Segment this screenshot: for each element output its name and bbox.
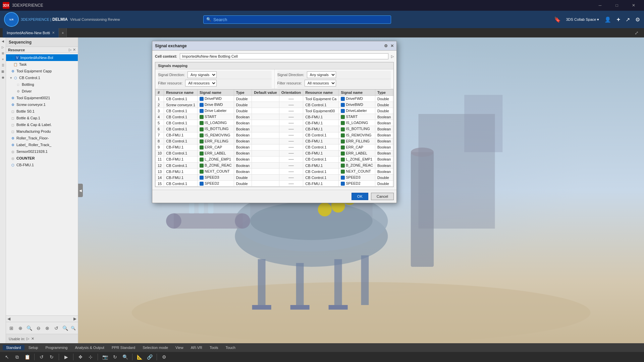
active-tab[interactable]: ImportedAsNew-New Botti ✕ <box>3 28 59 38</box>
dialog-settings-icon[interactable]: ⚙ <box>384 44 388 48</box>
side-icon-1[interactable]: ◀ <box>1 39 5 44</box>
tree-item-bottle-cap[interactable]: ◻ Bottle & Cap.1 <box>6 115 78 121</box>
panel-search-icon[interactable]: 🔍 <box>71 326 76 330</box>
expand-panel-icon[interactable]: ▷ <box>69 48 71 52</box>
left-filter-res-select[interactable]: All resources <box>185 80 217 86</box>
panel-btn-7[interactable]: 🔍 <box>62 324 69 332</box>
user-icon[interactable]: 👤 <box>604 16 611 23</box>
tree-item-label-roller[interactable]: ⚙ Label_ Roller_Track_ <box>6 141 78 148</box>
side-icon-7[interactable]: ◉ <box>1 75 5 80</box>
settings-icon[interactable]: ⚙ <box>635 16 640 23</box>
bottom-tab-touch[interactable]: Touch <box>222 345 239 350</box>
bottom-tab-standard[interactable]: Standard <box>3 345 24 350</box>
panel-btn-5[interactable]: ⊗ <box>44 324 51 332</box>
usable-expand-icon[interactable]: ▷ <box>26 337 29 341</box>
bottom-tab-setup[interactable]: Setup <box>25 345 42 350</box>
col-res1: Resource name <box>164 89 198 96</box>
tool-btn-paste[interactable]: 📋 <box>23 353 32 361</box>
tree-item-tool-equip-cap[interactable]: ⚙ Tool Equipment Capp <box>6 68 78 74</box>
tree-item-bottle-s01[interactable]: ◻ Bottle S0.1 <box>6 108 78 115</box>
cell-sig2: START <box>339 114 375 120</box>
tab-close-icon[interactable]: ✕ <box>52 31 55 35</box>
maximize-button[interactable]: □ <box>609 0 625 11</box>
tool-btn-redo[interactable]: ↻ <box>47 353 56 361</box>
tool-btn-play[interactable]: ▶ <box>62 353 70 361</box>
bookmark-icon[interactable]: 🔖 <box>554 16 561 23</box>
cell-sig1: IS_REMOVING <box>198 132 234 138</box>
bottom-tab-analysis-&-output[interactable]: Analysis & Output <box>71 345 107 350</box>
bottom-tab-programming[interactable]: Programming <box>42 345 71 350</box>
scroll-right-icon[interactable]: ▶ <box>73 316 76 321</box>
tree-item-screw-conv[interactable]: ⚙ Screw conveyor.1 <box>6 101 78 108</box>
side-icon-4[interactable]: ≡ <box>1 57 5 62</box>
tool-btn-copy[interactable]: ⧉ <box>13 353 21 361</box>
panel-btn-4[interactable]: ⊖ <box>35 324 42 332</box>
collapse-left-icon[interactable]: ◀ <box>78 184 83 197</box>
right-sig-dir-select[interactable]: Any signals <box>307 71 336 78</box>
scroll-left-icon[interactable]: ◀ <box>7 316 10 321</box>
side-icons-strip: ◀ ▷ ⊞ ≡ ☰ ▦ ◉ <box>0 38 6 343</box>
tool-btn-move[interactable]: ✥ <box>76 353 85 361</box>
side-icon-2[interactable]: ▷ <box>1 45 5 50</box>
tree-item-driver[interactable]: ⚙ Driver <box>6 88 78 95</box>
add-tab-button[interactable]: + <box>59 28 67 38</box>
bottom-tab-ppr-standard[interactable]: PPR Standard <box>108 345 139 350</box>
tree-item-cb-control[interactable]: ▾ ⬡ CB Control.1 <box>6 74 78 81</box>
panel-btn-1[interactable]: ⊞ <box>8 324 15 332</box>
tree-item-tool-equip021[interactable]: ⚙ Tool Equipment0021 <box>6 95 78 101</box>
cell-def2 <box>393 144 393 150</box>
cell-res2: CB Control.1 <box>303 144 339 150</box>
collapse-panel-icon[interactable]: ✕ <box>73 48 76 52</box>
search-icon: 🔍 <box>206 17 211 22</box>
cell-def1 <box>252 175 279 181</box>
panel-btn-2[interactable]: ⊕ <box>17 324 24 332</box>
tool-btn-cursor[interactable]: ↖ <box>3 353 11 361</box>
collab-space[interactable]: 3DS Collab Space ▾ <box>566 17 599 22</box>
side-icon-6[interactable]: ▦ <box>1 69 5 74</box>
tree-item-root[interactable]: ▾ V ImportedAsNew-Bol <box>6 54 78 61</box>
panel-btn-3[interactable]: 🔍 <box>26 324 33 332</box>
dialog-expand-icon[interactable]: ▷ <box>391 54 394 59</box>
tree-item-counter[interactable]: ◎ COUNTER <box>6 155 78 162</box>
tool-btn-zoom[interactable]: 🔍 <box>121 353 129 361</box>
minimize-button[interactable]: ─ <box>592 0 608 11</box>
right-filter-res-select[interactable]: All resources <box>305 80 336 86</box>
tool-btn-more[interactable]: ⚙ <box>160 353 168 361</box>
share-icon[interactable]: ↗ <box>626 16 630 23</box>
tool-btn-camera[interactable]: 📷 <box>101 353 109 361</box>
search-input[interactable] <box>213 17 388 22</box>
bottom-tab-ar-vr[interactable]: AR-VR <box>187 345 206 350</box>
tree-item-sensor[interactable]: ◎ Sensor00211928.1 <box>6 148 78 155</box>
tool-btn-snap[interactable]: 🔗 <box>145 353 154 361</box>
expand-icon[interactable]: ⤢ <box>635 30 639 36</box>
search-bar[interactable]: 🔍 <box>203 15 391 24</box>
usable-close-icon[interactable]: ✕ <box>31 337 34 341</box>
tool-btn-select[interactable]: ⊹ <box>86 353 95 361</box>
tree-item-roller-track[interactable]: ⚙ Roller_Track_Floor- <box>6 135 78 141</box>
side-icon-3[interactable]: ⊞ <box>1 51 5 56</box>
tree-item-task[interactable]: 📋 Task <box>6 61 78 68</box>
left-sig-dir-select[interactable]: Any signals <box>187 71 217 78</box>
tree-item-bottling[interactable]: □ Bottling <box>6 81 78 88</box>
bottom-tab-view[interactable]: View <box>172 345 187 350</box>
cancel-button[interactable]: Cancel <box>371 193 394 200</box>
cell-sig1: Drive Labeler <box>198 108 234 114</box>
bottom-tab-tools[interactable]: Tools <box>206 345 222 350</box>
table-row: 15 CB Control.1 SPEED2 Double ── CB-FMU.… <box>156 181 394 187</box>
tool-btn-rotate[interactable]: ↻ <box>111 353 119 361</box>
dialog-close-icon[interactable]: ✕ <box>390 44 394 48</box>
col-res2: Resource name <box>303 89 339 96</box>
side-icon-5[interactable]: ☰ <box>1 63 5 68</box>
tool-btn-undo[interactable]: ↺ <box>37 353 46 361</box>
close-button[interactable]: ✕ <box>626 0 641 11</box>
cell-orient: ── <box>279 181 303 187</box>
tool-btn-measure[interactable]: 📐 <box>135 353 144 361</box>
tree-item-cb-fmu[interactable]: ⬡ CB-FMU.1 <box>6 162 78 168</box>
tree-item-mfg[interactable]: ◻ Manufacturing Produ <box>6 128 78 135</box>
bottom-tab-selection-mode[interactable]: Selection mode <box>139 345 171 350</box>
add-icon[interactable]: + <box>616 16 620 23</box>
tree-item-bottle-cap-label[interactable]: ◻ Bottle & Cap & Label. <box>6 121 78 128</box>
ok-button[interactable]: OK <box>352 193 368 200</box>
panel-btn-6[interactable]: ↺ <box>53 324 60 332</box>
signal-table-scroll[interactable]: # Resource name Signal name Type Default… <box>155 89 393 187</box>
